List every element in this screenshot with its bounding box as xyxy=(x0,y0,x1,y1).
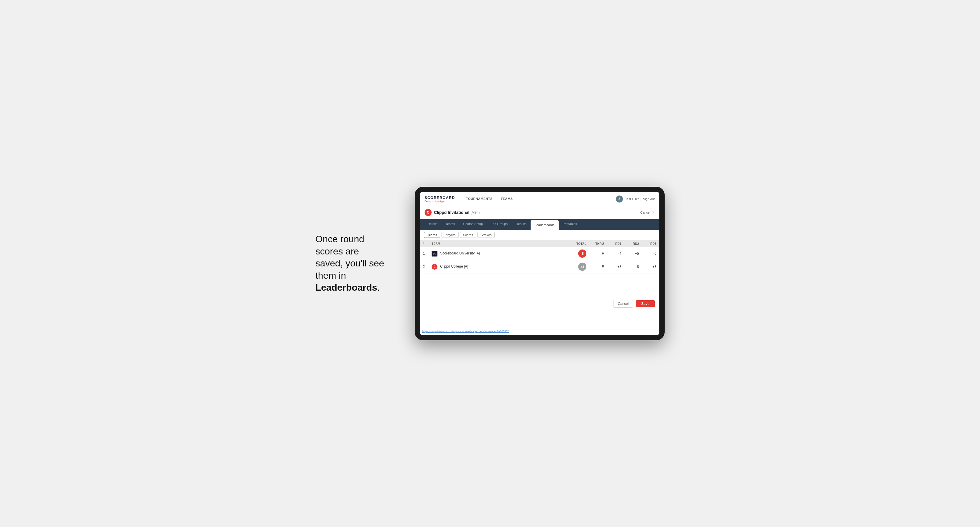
thru-2: F xyxy=(589,260,607,273)
rd3-2: +3 xyxy=(642,260,659,273)
table-row: 2 C Clippd College [A] +3 F xyxy=(420,260,659,273)
total-2: +3 xyxy=(569,260,589,273)
rank-2: 2 xyxy=(420,260,429,273)
col-header-rd3: RD3 xyxy=(642,240,659,247)
thru-1: F xyxy=(589,247,607,260)
sign-out-link[interactable]: Sign out xyxy=(643,197,655,201)
rd1-2: +8 xyxy=(607,260,624,273)
sub-tabs-bar: Details Teams Course Setup Tee Groups Re… xyxy=(420,219,659,230)
tournament-header: C Clippd Invitational (Men) Cancel ✕ xyxy=(420,206,659,219)
side-description: Once round scores are saved, you'll see … xyxy=(315,233,397,294)
tournament-cancel-button[interactable]: Cancel ✕ xyxy=(640,210,655,215)
team-logo-2: C xyxy=(431,264,438,270)
score-badge-1: -5 xyxy=(578,249,586,258)
total-1: -5 xyxy=(569,247,589,260)
col-header-rank: # xyxy=(420,240,429,247)
nav-right: S Test User | Sign out xyxy=(616,195,655,203)
top-navigation: SCOREBOARD Powered by clippd TOURNAMENTS… xyxy=(420,192,659,206)
col-header-thru: THRU xyxy=(589,240,607,247)
nav-links: TOURNAMENTS TEAMS xyxy=(462,192,616,206)
rd1-1: -4 xyxy=(607,247,624,260)
rank-1: 1 xyxy=(420,247,429,260)
tab-teams[interactable]: Teams xyxy=(442,219,459,230)
col-header-team: TEAM xyxy=(429,240,569,247)
tournament-logo: C xyxy=(425,209,431,216)
logo-area: SCOREBOARD Powered by clippd xyxy=(425,195,455,203)
app-logo: SCOREBOARD xyxy=(425,195,455,200)
rd3-1: -6 xyxy=(642,247,659,260)
filter-teams-button[interactable]: Teams xyxy=(424,232,441,238)
tab-details[interactable]: Details xyxy=(423,219,442,230)
filter-strokes-button[interactable]: Strokes xyxy=(477,232,495,238)
cancel-button[interactable]: Cancel xyxy=(614,300,633,308)
save-button[interactable]: Save xyxy=(636,300,655,307)
nav-teams[interactable]: TEAMS xyxy=(497,192,517,206)
table-row: 1 SU Scoreboard University [A] -5 xyxy=(420,247,659,260)
cancel-x-icon: ✕ xyxy=(651,210,655,215)
tab-tee-groups[interactable]: Tee Groups xyxy=(487,219,512,230)
url-bar: https://stage-blue-coach.stagescoreboard… xyxy=(422,330,509,333)
powered-by-text: Powered by clippd xyxy=(425,200,455,203)
rd2-1: +5 xyxy=(624,247,642,260)
user-avatar: S xyxy=(616,195,623,203)
leaderboard-table: # TEAM TOTAL THRU RD1 RD2 RD3 1 xyxy=(420,240,659,273)
filter-players-button[interactable]: Players xyxy=(442,232,459,238)
filter-bar: Teams Players Scores Strokes xyxy=(420,230,659,240)
tab-printables[interactable]: Printables xyxy=(558,219,581,230)
tab-leaderboards[interactable]: Leaderboards xyxy=(531,220,558,230)
modal-footer: Cancel Save xyxy=(420,297,659,311)
tab-course-setup[interactable]: Course Setup xyxy=(459,219,487,230)
rd2-2: -8 xyxy=(624,260,642,273)
user-name: Test User | xyxy=(625,197,640,201)
col-header-rd1: RD1 xyxy=(607,240,624,247)
nav-tournaments[interactable]: TOURNAMENTS xyxy=(462,192,497,206)
score-badge-2: +3 xyxy=(578,263,586,271)
col-header-rd2: RD2 xyxy=(624,240,642,247)
col-header-total: TOTAL xyxy=(569,240,589,247)
tournament-subtitle: (Men) xyxy=(471,210,479,214)
team-logo-1: SU xyxy=(431,251,438,257)
team-name-1: SU Scoreboard University [A] xyxy=(429,247,569,260)
filter-scores-button[interactable]: Scores xyxy=(460,232,476,238)
tablet-device: SCOREBOARD Powered by clippd TOURNAMENTS… xyxy=(415,187,665,340)
tournament-title: Clippd Invitational xyxy=(434,210,469,215)
tab-results[interactable]: Results xyxy=(512,219,531,230)
tablet-screen: SCOREBOARD Powered by clippd TOURNAMENTS… xyxy=(420,192,659,335)
team-name-2: C Clippd College [A] xyxy=(429,260,569,273)
